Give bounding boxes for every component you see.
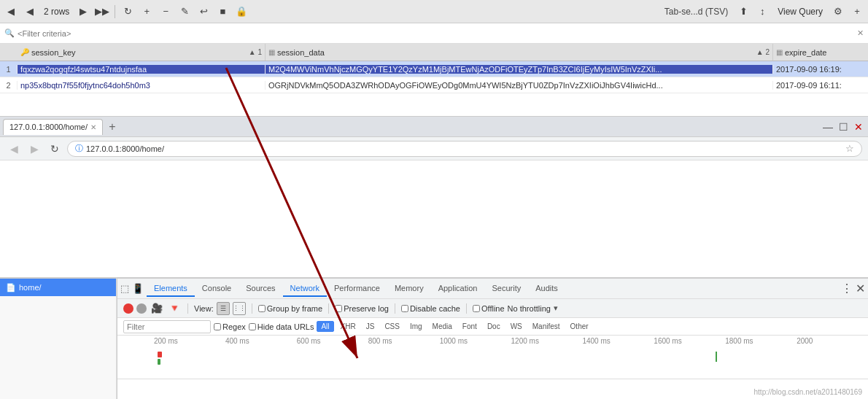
add-btn[interactable]: + [139,4,155,20]
nav-next2-btn[interactable]: ▶▶ [94,4,110,20]
filter-doc-btn[interactable]: Doc [484,322,504,331]
expire-date-col[interactable]: ▦ expire_date [773,44,868,61]
nav-prev2-btn[interactable]: ◀ [22,4,38,20]
edit-btn[interactable]: ✎ [177,4,193,20]
session-data-sort: ▲ 2 [756,48,770,56]
filter-xhr-btn[interactable]: XHR [337,322,360,331]
close-icon[interactable]: ✕ [854,121,863,133]
filter-input[interactable] [18,29,854,38]
row-num-cell: 2 [0,81,18,90]
disable-cache-label[interactable]: Disable cache [401,304,460,313]
filter-js-btn[interactable]: JS [363,322,379,331]
hide-data-urls-label[interactable]: Hide data URLs [249,322,314,331]
session-data-cell[interactable]: OGRjNDVkMmQ5ODA3ZWRhODAyOGFiOWEyODg0MmU4… [266,81,773,90]
new-tab-btn[interactable]: + [104,119,120,135]
minimize-icon[interactable]: — [823,121,833,133]
settings-btn[interactable]: ⚙ [830,4,846,20]
db-table-header: 🔑 session_key ▲ 1 ▦ session_data ▲ 2 ▦ e… [0,44,868,61]
export-btn[interactable]: ⬆ [735,4,751,20]
tab-elements[interactable]: Elements [147,281,195,297]
filter-css-btn[interactable]: CSS [381,322,403,331]
browser-tab[interactable]: 127.0.0.1:8000/home/ ✕ [3,119,103,135]
lock-btn[interactable]: 🔒 [233,4,249,20]
devtools-toolbar: 🎥 🔻 View: ☰ ⋮⋮ Group by frame Preserve l… [117,299,868,318]
hide-data-checkbox[interactable] [249,323,256,330]
file-list-item[interactable]: 📄 home/ [0,279,116,296]
tab-memory[interactable]: Memory [387,281,431,297]
tab-format-label[interactable]: Tab-se...d (TSV) [660,5,732,18]
expire-date-cell: 2017-09-09 16:11: [773,81,868,90]
browser-tabs: 127.0.0.1:8000/home/ ✕ + — ☐ ✕ [0,117,868,137]
network-filter-input[interactable] [123,320,211,333]
tab-console[interactable]: Console [195,281,239,297]
tab-sources[interactable]: Sources [239,281,282,297]
session-data-cell[interactable]: M2Q4MWViNmVhNjczMGQyYTE1Y2QzYzM1MjBjMTEw… [266,65,773,74]
filter-manifest-btn[interactable]: Manifest [529,322,564,331]
filter-other-btn[interactable]: Other [567,322,592,331]
remove-btn[interactable]: − [158,4,174,20]
view-query-button[interactable]: View Query [773,5,827,18]
restore-icon[interactable]: ☐ [839,121,848,133]
nav-prev-btn[interactable]: ◀ [3,4,19,20]
tl-marker [716,352,717,362]
filter-icon[interactable]: 🔻 [167,303,182,314]
disable-cache-checkbox[interactable] [401,305,408,312]
view-list-btn[interactable]: ☰ [217,302,230,315]
devtools-mobile-icon[interactable]: 📱 [132,283,144,294]
regex-label[interactable]: Regex [214,322,246,331]
camera-icon[interactable]: 🎥 [150,303,164,314]
filter-media-btn[interactable]: Media [429,322,456,331]
refresh-btn[interactable]: ↻ [120,4,136,20]
session-key-cell[interactable]: np35x8bqtn7f55f0fjytnc64doh5h0m3 [18,81,266,90]
stop-btn[interactable]: ■ [214,4,230,20]
tl-1600: 1600 ms [654,337,725,345]
devtools-close-icon[interactable]: ✕ [856,282,865,295]
undo-btn[interactable]: ↩ [195,4,212,20]
col-key-icon: 🔑 [20,48,29,56]
filter-close-icon[interactable]: ✕ [857,28,864,38]
record-btn[interactable] [123,303,133,314]
preserve-log-checkbox[interactable] [335,305,342,312]
group-frame-checkbox[interactable] [258,305,266,312]
regex-checkbox[interactable] [214,323,221,330]
filter-ws-btn[interactable]: WS [507,322,526,331]
row-count: 2 rows [41,7,72,17]
session-data-col[interactable]: ▦ session_data ▲ 2 [266,44,773,61]
nav-next-btn[interactable]: ▶ [75,4,91,20]
expire-date-cell: 2017-09-09 16:19: [773,65,868,74]
forward-btn[interactable]: ▶ [26,143,42,155]
table-row[interactable]: 1 fqxzwa2qogqfzl4swtsu47ntdujnsfaa M2Q4M… [0,61,868,77]
expire-date-label: expire_date [785,48,827,57]
tab-application[interactable]: Application [431,281,485,297]
timeline-labels: 200 ms 400 ms 600 ms 800 ms 1000 ms 1200… [154,337,868,345]
devtools-more-icon[interactable]: ⋮ [841,282,853,295]
session-key-col[interactable]: 🔑 session_key ▲ 1 [18,44,266,61]
bookmark-icon[interactable]: ☆ [845,143,854,154]
tab-performance[interactable]: Performance [327,281,387,297]
filter-all-btn[interactable]: All [317,321,333,332]
tab-audits[interactable]: Audits [528,281,565,297]
offline-label[interactable]: Offline [473,304,505,313]
preserve-log-label[interactable]: Preserve log [335,304,389,313]
table-row[interactable]: 2 np35x8bqtn7f55f0fjytnc64doh5h0m3 OGRjN… [0,77,868,93]
session-key-cell[interactable]: fqxzwa2qogqfzl4swtsu47ntdujnsfaa [18,65,266,74]
filter-font-btn[interactable]: Font [459,322,481,331]
db-toolbar: ◀ ◀ 2 rows ▶ ▶▶ ↻ + − ✎ ↩ ■ 🔒 Tab-se...d… [0,0,868,23]
tab-security[interactable]: Security [484,281,528,297]
maximize-btn[interactable]: + [849,4,865,20]
tab-network[interactable]: Network [283,281,327,297]
group-frame-label[interactable]: Group by frame [258,304,322,313]
back-btn[interactable]: ◀ [6,143,22,155]
throttling-arrow[interactable]: ▾ [554,303,558,313]
hide-data-text: Hide data URLs [257,322,314,331]
clear-btn[interactable] [136,303,147,314]
reload-btn[interactable]: ↻ [47,143,63,155]
devtools-cursor-icon[interactable]: ⬚ [120,283,129,294]
import-btn[interactable]: ↕ [754,4,770,20]
session-key-label: session_key [31,48,76,57]
tab-close-icon[interactable]: ✕ [90,123,96,131]
offline-checkbox[interactable] [473,305,480,312]
filter-img-btn[interactable]: Img [406,322,426,331]
address-box[interactable]: ⓘ 127.0.0.1:8000/home/ ☆ [67,141,862,157]
view-grid-btn[interactable]: ⋮⋮ [233,302,246,315]
